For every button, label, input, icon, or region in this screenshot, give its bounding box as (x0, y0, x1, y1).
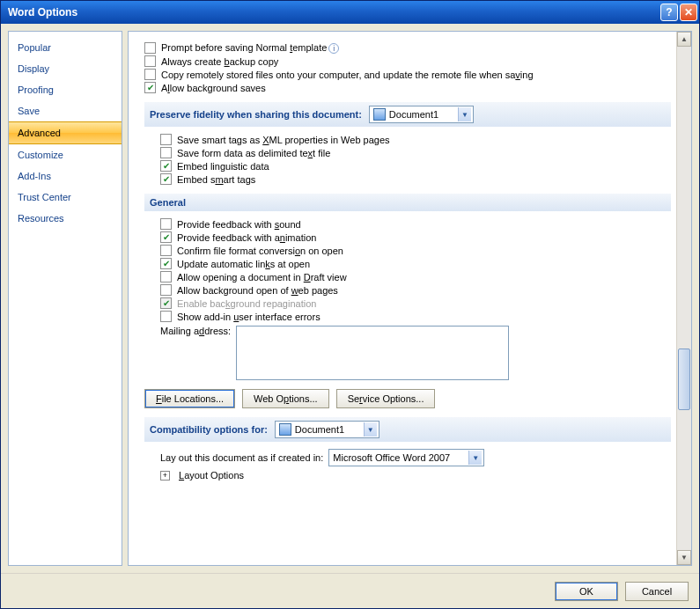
dialog-footer: OK Cancel (1, 573, 699, 608)
preserve-fidelity-header: Preserve fidelity when sharing this docu… (144, 102, 671, 127)
preserve-fidelity-label: Preserve fidelity when sharing this docu… (150, 109, 362, 120)
save-option-checkbox-1[interactable] (144, 55, 156, 67)
general-label: General (150, 197, 186, 208)
save-option-label-2: Copy remotely stored files onto your com… (161, 70, 534, 80)
preserve-option-checkbox-2[interactable] (160, 160, 172, 172)
web-options-button[interactable]: Web Options... (242, 389, 329, 408)
save-option-label-0: Prompt before saving Normal templatei (161, 42, 339, 54)
cancel-button[interactable]: Cancel (625, 582, 689, 601)
document-icon (279, 423, 291, 436)
general-header: General (144, 194, 671, 211)
save-option-label-3: Allow background saves (161, 83, 266, 93)
general-option-label-0: Provide feedback with sound (177, 219, 301, 230)
preserve-option-checkbox-1[interactable] (160, 147, 172, 158)
sidebar-item-popular[interactable]: Popular (9, 37, 122, 58)
preserve-option-checkbox-0[interactable] (160, 134, 172, 145)
general-option-checkbox-1[interactable] (160, 231, 172, 243)
mailing-address-input[interactable] (236, 326, 509, 380)
general-option-checkbox-0[interactable] (160, 218, 172, 230)
window-title: Word Options (8, 6, 659, 18)
general-option-checkbox-2[interactable] (160, 245, 172, 256)
save-option-checkbox-3[interactable] (144, 82, 156, 93)
scroll-up-button[interactable]: ▲ (677, 32, 691, 47)
general-option-label-4: Allow opening a document in Draft view (177, 272, 347, 282)
mailing-address-label: Mailing address: (160, 326, 231, 336)
preserve-option-label-0: Save smart tags as XML properties in Web… (177, 135, 390, 145)
sidebar-item-resources[interactable]: Resources (9, 208, 122, 229)
word-options-window: Word Options ? ✕ Popular Display Proofin… (0, 0, 700, 609)
general-option-label-5: Allow background open of web pages (177, 285, 338, 296)
compat-label: Compatibility options for: (150, 424, 268, 435)
ok-button[interactable]: OK (555, 582, 618, 601)
sidebar-item-display[interactable]: Display (9, 58, 122, 79)
general-option-checkbox-6 (160, 297, 172, 309)
layout-as-combo[interactable]: Microsoft Office Word 2007 ▼ (328, 449, 484, 466)
scroll-thumb[interactable] (678, 349, 690, 410)
close-button[interactable]: ✕ (680, 4, 697, 21)
general-option-label-2: Confirm file format conversion on open (177, 246, 343, 256)
content-panel: Prompt before saving Normal templateiAlw… (128, 31, 692, 566)
info-icon: i (328, 43, 339, 54)
general-option-label-1: Provide feedback with animation (177, 232, 316, 243)
content-area: Prompt before saving Normal templateiAlw… (129, 32, 676, 565)
file-locations-button[interactable]: File Locations... (144, 389, 235, 408)
chevron-down-icon: ▼ (458, 107, 471, 121)
preserve-option-label-1: Save form data as delimited text file (177, 148, 330, 158)
compat-document-combo[interactable]: Document1 ▼ (275, 421, 379, 438)
sidebar-item-addins[interactable]: Add-Ins (9, 165, 122, 187)
layout-as-label: Lay out this document as if created in: (160, 452, 323, 463)
sidebar-item-trust-center[interactable]: Trust Center (9, 187, 122, 208)
preserve-option-label-3: Embed smart tags (177, 174, 255, 185)
dialog-body: Popular Display Proofing Save Advanced C… (1, 24, 699, 573)
scroll-track[interactable] (677, 47, 691, 550)
general-option-label-3: Update automatic links at open (177, 259, 310, 269)
compat-header: Compatibility options for: Document1 ▼ (144, 417, 671, 442)
preserve-option-label-2: Embed linguistic data (177, 161, 269, 172)
compat-combo-value: Document1 (295, 424, 360, 435)
vertical-scrollbar[interactable]: ▲ ▼ (676, 32, 691, 565)
general-option-checkbox-5[interactable] (160, 284, 172, 296)
document-icon (373, 108, 386, 121)
sidebar-item-proofing[interactable]: Proofing (9, 79, 122, 100)
general-option-label-6: Enable background repagination (177, 298, 316, 309)
preserve-document-combo[interactable]: Document1 ▼ (369, 106, 474, 123)
save-option-checkbox-2[interactable] (144, 69, 156, 80)
preserve-combo-value: Document1 (389, 109, 454, 120)
scroll-down-button[interactable]: ▼ (677, 550, 691, 565)
preserve-option-checkbox-3[interactable] (160, 173, 172, 185)
help-button[interactable]: ? (660, 4, 678, 21)
save-option-checkbox-0[interactable] (144, 42, 156, 54)
general-option-checkbox-4[interactable] (160, 271, 172, 282)
general-option-checkbox-3[interactable] (160, 258, 172, 269)
titlebar: Word Options ? ✕ (1, 1, 699, 24)
save-option-label-1: Always create backup copy (161, 56, 278, 67)
sidebar-item-save[interactable]: Save (9, 100, 122, 121)
category-sidebar: Popular Display Proofing Save Advanced C… (8, 31, 122, 566)
service-options-button[interactable]: Service Options... (336, 389, 436, 408)
layout-options-tree[interactable]: Layout Options (179, 470, 244, 481)
general-option-label-7: Show add-in user interface errors (177, 312, 321, 322)
layout-as-combo-value: Microsoft Office Word 2007 (333, 452, 465, 463)
sidebar-item-advanced[interactable]: Advanced (9, 121, 122, 144)
chevron-down-icon: ▼ (468, 451, 482, 465)
sidebar-item-customize[interactable]: Customize (9, 144, 122, 165)
expand-icon[interactable]: + (160, 471, 170, 481)
chevron-down-icon: ▼ (364, 422, 377, 437)
general-option-checkbox-7[interactable] (160, 311, 172, 322)
